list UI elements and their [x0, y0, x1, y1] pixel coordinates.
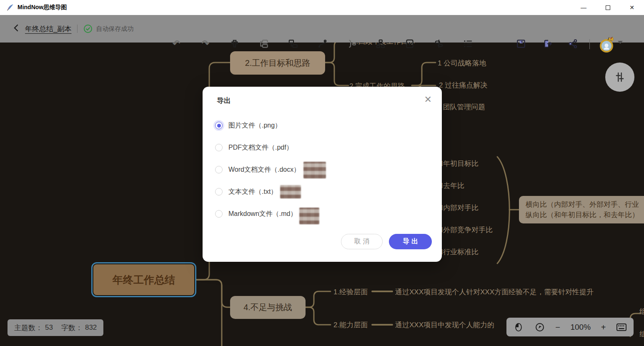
- branch-cmp5[interactable]: 和行业标准比: [436, 247, 479, 257]
- option-docx[interactable]: Word文档文件（.docx）: [215, 164, 300, 175]
- outline-list-icon[interactable]: [460, 36, 476, 52]
- chevron-down-icon[interactable]: [618, 41, 623, 44]
- summary-line-2: 纵向比（和年初目标比，和去年比）: [526, 210, 639, 221]
- back-button[interactable]: [13, 24, 19, 34]
- radio-selected[interactable]: [215, 122, 223, 129]
- app-title: MindNow思维导图: [18, 4, 67, 11]
- branch-ability[interactable]: 2.能力层面: [333, 320, 368, 330]
- style-panel-button[interactable]: [605, 63, 634, 92]
- structure-icon[interactable]: [373, 36, 388, 52]
- avatar[interactable]: [599, 35, 615, 53]
- maximize-button[interactable]: [596, 0, 620, 15]
- words-label: 字数：: [61, 323, 83, 333]
- words-value: 832: [85, 323, 97, 332]
- toolbar: 年终总结_副本 自动保存成功 ↶ ↷: [0, 15, 644, 43]
- undo-icon[interactable]: ↶: [168, 36, 184, 52]
- theme-style-icon[interactable]: [431, 36, 447, 52]
- option-pdf[interactable]: PDF文档文件（.pdf）: [215, 142, 293, 153]
- mindnow-logo-icon: [6, 3, 14, 12]
- topics-label: 主题数：: [14, 323, 43, 333]
- option-label: Markdown文件（.md）: [228, 210, 297, 218]
- topics-value: 53: [45, 323, 53, 332]
- close-window-button[interactable]: ✕: [620, 0, 644, 15]
- radio[interactable]: [215, 188, 223, 196]
- window-titlebar: MindNow思维导图 — ✕: [0, 0, 644, 15]
- option-label: Word文档文件（.docx）: [228, 165, 300, 174]
- dialog-title: 导出: [217, 96, 231, 105]
- keyboard-shortcuts-icon[interactable]: [616, 322, 627, 333]
- branch-cmp3[interactable]: 和内部对手比: [436, 203, 479, 213]
- censored-badge: [280, 185, 301, 198]
- branch-clipped-bottom: 组: [639, 329, 644, 339]
- insert-sibling-node-icon[interactable]: [256, 36, 272, 52]
- format-painter-icon[interactable]: [227, 36, 243, 52]
- node-challenges[interactable]: 4.不足与挑战: [230, 296, 306, 319]
- branch-cmp4[interactable]: 和外部竞争对手比: [436, 225, 493, 235]
- divider: [589, 39, 590, 49]
- export-dialog: 导出 ✕ 图片文件（.png） PDF文档文件（.pdf） Word文档文件（.…: [203, 87, 442, 262]
- summary-brace-icon[interactable]: [343, 36, 359, 52]
- close-icon[interactable]: ✕: [424, 95, 432, 104]
- cancel-button[interactable]: 取消: [341, 234, 383, 249]
- branch-ability-detail[interactable]: 通过XXX项目中发现个人能力的: [395, 320, 494, 330]
- radio[interactable]: [215, 166, 223, 173]
- locate-center-icon[interactable]: [534, 322, 545, 333]
- summary-line-1: 横向比（内部对手、外部对手、行业: [526, 199, 639, 210]
- branch-painpoints[interactable]: 2 过往痛点解决: [439, 80, 487, 90]
- zoom-level: 100%: [570, 323, 591, 332]
- autosave-indicator: 自动保存成功: [83, 24, 133, 33]
- app-window: 2.工作目标和思路 年终工作总结 4.不足与挑战 横向比（内部对手、外部对手、行…: [0, 0, 644, 346]
- option-label: 图片文件（.png）: [228, 121, 281, 130]
- statistics-bar: 主题数：53 字数：832: [8, 319, 103, 336]
- radio[interactable]: [215, 210, 223, 218]
- node-summary-compare[interactable]: 横向比（内部对手、外部对手、行业 纵向比（和年初目标比，和去年比）: [519, 196, 644, 223]
- branch-clipped-top: 组: [639, 307, 644, 316]
- option-label: PDF文档文件（.pdf）: [228, 143, 293, 152]
- branch-team[interactable]: 3 团队管理问题: [437, 102, 485, 112]
- node-goals[interactable]: 2.工作目标和思路: [230, 51, 325, 75]
- option-png[interactable]: 图片文件（.png）: [215, 120, 281, 131]
- redo-icon[interactable]: ↷: [198, 36, 213, 52]
- zoom-in-button[interactable]: +: [601, 323, 606, 331]
- share-icon[interactable]: [565, 36, 581, 52]
- branch-experience-detail[interactable]: 通过XXX项目发现个人针对XXX方面经验不足，需要针对性提升: [395, 287, 594, 297]
- branch-experience[interactable]: 1.经验层面: [333, 287, 368, 297]
- branch-cmp1[interactable]: 和年初目标比: [436, 159, 479, 168]
- zoom-out-button[interactable]: −: [555, 323, 560, 331]
- autosave-text: 自动保存成功: [96, 25, 133, 33]
- radio[interactable]: [215, 144, 223, 151]
- option-md[interactable]: Markdown文件（.md）: [215, 208, 297, 219]
- branch-strategy[interactable]: 1 公司战略落地: [438, 58, 486, 68]
- option-txt[interactable]: 文本文件（.txt）: [215, 186, 277, 197]
- option-label: 文本文件（.txt）: [228, 188, 277, 196]
- insert-child-node-icon[interactable]: [285, 36, 301, 52]
- censored-badge: [303, 162, 326, 178]
- insert-box-icon[interactable]: [402, 36, 418, 52]
- check-circle-icon: [83, 24, 93, 33]
- divider: [77, 25, 78, 33]
- save-icon[interactable]: [513, 36, 529, 52]
- minimize-button[interactable]: —: [571, 0, 596, 15]
- export-confirm-button[interactable]: 导出: [389, 234, 432, 249]
- tune-sliders-icon: [614, 71, 626, 83]
- canvas-control-bar: − 100% +: [506, 318, 634, 336]
- relation-line-icon[interactable]: [314, 36, 330, 52]
- censored-badge: [299, 208, 319, 224]
- mouse-mode-icon[interactable]: [513, 322, 524, 333]
- export-icon[interactable]: [540, 36, 556, 52]
- document-title[interactable]: 年终总结_副本: [25, 24, 71, 34]
- node-root-selected[interactable]: 年终工作总结: [93, 263, 195, 296]
